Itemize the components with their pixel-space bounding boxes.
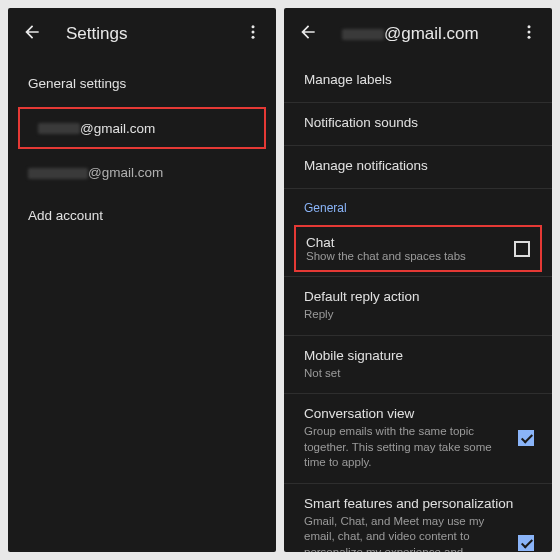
svg-point-0 — [252, 25, 255, 28]
general-settings-row[interactable]: General settings — [8, 62, 276, 105]
svg-point-4 — [528, 31, 531, 34]
settings-screen-left: Settings General settings @gmail.com @gm… — [8, 8, 276, 552]
redacted-username — [342, 29, 384, 40]
highlighted-account-row[interactable]: @gmail.com — [18, 107, 266, 149]
more-vert-icon[interactable] — [244, 23, 262, 45]
back-arrow-icon[interactable] — [298, 22, 318, 46]
more-vert-icon[interactable] — [520, 23, 538, 45]
svg-point-3 — [528, 25, 531, 28]
chat-checkbox[interactable] — [514, 241, 530, 257]
manage-notifications-row[interactable]: Manage notifications — [284, 146, 552, 188]
default-reply-row[interactable]: Default reply action Reply — [284, 277, 552, 335]
appbar: @gmail.com — [284, 8, 552, 60]
label: Manage labels — [304, 72, 532, 87]
account-suffix: @gmail.com — [80, 121, 155, 136]
label: Manage notifications — [304, 158, 532, 173]
chat-title: Chat — [306, 235, 506, 250]
account-suffix: @gmail.com — [88, 165, 163, 180]
svg-point-5 — [528, 36, 531, 39]
sublabel: Reply — [304, 307, 504, 323]
conversation-view-row[interactable]: Conversation view Group emails with the … — [284, 394, 552, 483]
redacted-username — [38, 123, 80, 134]
conversation-view-checkbox[interactable] — [518, 430, 534, 446]
label: Mobile signature — [304, 348, 532, 363]
label: Smart features and personalization — [304, 496, 532, 511]
manage-labels-row[interactable]: Manage labels — [284, 60, 552, 102]
highlighted-chat-row[interactable]: Chat Show the chat and spaces tabs — [294, 225, 542, 272]
add-account-row[interactable]: Add account — [8, 194, 276, 237]
label: Notification sounds — [304, 115, 532, 130]
sublabel: Group emails with the same topic togethe… — [304, 424, 504, 471]
label: Conversation view — [304, 406, 532, 421]
smart-features-checkbox[interactable] — [518, 535, 534, 551]
account-settings-screen-right: @gmail.com Manage labels Notification so… — [284, 8, 552, 552]
redacted-username — [28, 168, 88, 179]
screen-title: Settings — [66, 24, 244, 44]
section-header-general: General — [284, 189, 552, 221]
smart-features-row[interactable]: Smart features and personalization Gmail… — [284, 484, 552, 552]
sublabel: Gmail, Chat, and Meet may use my email, … — [304, 514, 504, 552]
back-arrow-icon[interactable] — [22, 22, 42, 46]
svg-point-1 — [252, 31, 255, 34]
notification-sounds-row[interactable]: Notification sounds — [284, 103, 552, 145]
account-row-2[interactable]: @gmail.com — [8, 151, 276, 194]
mobile-signature-row[interactable]: Mobile signature Not set — [284, 336, 552, 394]
label: Default reply action — [304, 289, 532, 304]
screen-title: @gmail.com — [342, 24, 520, 44]
appbar: Settings — [8, 8, 276, 60]
chat-subtitle: Show the chat and spaces tabs — [306, 250, 506, 262]
sublabel: Not set — [304, 366, 504, 382]
svg-point-2 — [252, 36, 255, 39]
title-suffix: @gmail.com — [384, 24, 479, 43]
